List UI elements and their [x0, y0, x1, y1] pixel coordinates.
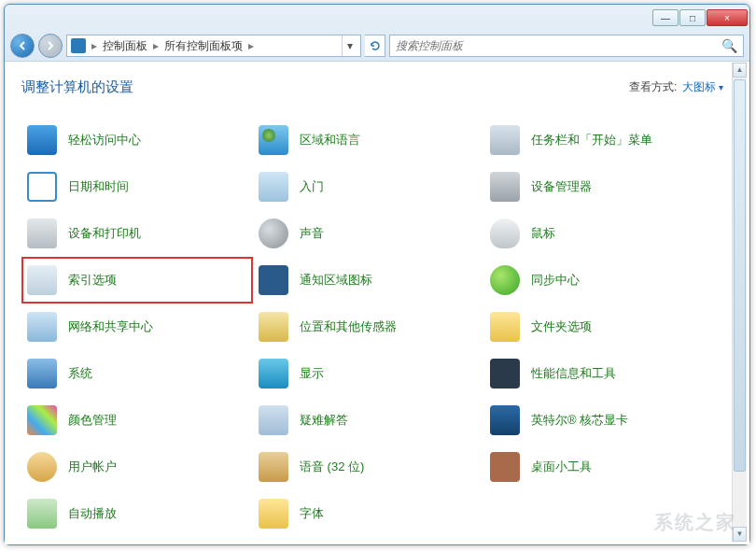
font-icon	[259, 499, 288, 529]
item-label: 设备和打印机	[68, 225, 141, 242]
control-panel-item[interactable]: 性能信息和工具	[484, 350, 716, 397]
view-by-label: 查看方式:	[629, 79, 677, 95]
autoplay-icon	[27, 499, 57, 529]
control-panel-item[interactable]: 区域和语言	[253, 117, 484, 163]
item-label: 自动播放	[68, 505, 117, 522]
back-button[interactable]	[10, 34, 35, 58]
control-panel-item[interactable]: 轻松访问中心	[21, 117, 253, 163]
control-panel-item[interactable]: 文件夹选项	[484, 304, 716, 350]
item-label: 日期和时间	[68, 178, 129, 195]
control-panel-item[interactable]: 疑难解答	[253, 397, 484, 444]
item-label: 入门	[300, 178, 324, 195]
item-label: 语音 (32 位)	[300, 459, 364, 475]
page-title: 调整计算机的设置	[21, 78, 133, 96]
breadcrumb-separator: ▸	[90, 39, 99, 52]
navbar: ▸ 控制面板 ▸ 所有控制面板项 ▸ ▾ 🔍	[5, 31, 749, 61]
minimize-button[interactable]: —	[652, 9, 679, 26]
date-icon	[27, 172, 57, 202]
control-panel-item[interactable]: 通知区域图标	[253, 257, 484, 304]
item-label: 英特尔® 核芯显卡	[531, 412, 628, 429]
start-icon	[259, 172, 288, 202]
breadcrumb-current[interactable]: 所有控制面板项	[164, 38, 243, 54]
control-panel-item[interactable]: 系统	[21, 350, 253, 397]
control-panel-window: — □ × ▸ 控制面板 ▸ 所有控制面板项 ▸ ▾ 🔍 调整计算机的设置	[4, 4, 750, 545]
item-label: 疑难解答	[300, 412, 348, 429]
sound-icon	[259, 219, 288, 248]
address-bar[interactable]: ▸ 控制面板 ▸ 所有控制面板项 ▸ ▾	[66, 35, 361, 57]
mouse-icon	[490, 219, 520, 248]
content-area: 调整计算机的设置 查看方式: 大图标 轻松访问中心区域和语言任务栏和「开始」菜单…	[5, 61, 749, 544]
control-panel-item[interactable]: 用户帐户	[21, 444, 253, 490]
item-label: 通知区域图标	[300, 272, 372, 289]
control-panel-item[interactable]: 设备和打印机	[21, 210, 253, 257]
vertical-scrollbar[interactable]: ▲ ▼	[732, 63, 747, 542]
item-label: 鼠标	[531, 225, 555, 242]
item-label: 同步中心	[531, 272, 580, 289]
devmgr-icon	[490, 172, 520, 202]
item-label: 网络和共享中心	[68, 318, 153, 335]
control-panel-item[interactable]: 入门	[253, 163, 484, 210]
search-box[interactable]: 🔍	[389, 35, 744, 57]
control-panel-icon	[71, 38, 86, 53]
address-dropdown[interactable]: ▾	[342, 35, 357, 56]
control-panel-item[interactable]: 网络和共享中心	[21, 304, 253, 350]
control-panel-item[interactable]: 英特尔® 核芯显卡	[484, 397, 716, 444]
forward-button[interactable]	[38, 34, 63, 58]
control-panel-item[interactable]: 任务栏和「开始」菜单	[484, 117, 716, 163]
color-icon	[27, 405, 57, 435]
item-label: 轻松访问中心	[68, 132, 141, 148]
taskbar-icon	[490, 125, 520, 155]
scroll-down-button[interactable]: ▼	[733, 527, 747, 542]
control-panel-item[interactable]: 设备管理器	[484, 163, 716, 210]
intel-icon	[490, 405, 520, 435]
search-input[interactable]	[396, 39, 721, 52]
breadcrumb-root[interactable]: 控制面板	[103, 38, 147, 54]
control-panel-item[interactable]: 自动播放	[21, 490, 253, 537]
notify-icon	[259, 265, 288, 295]
control-panel-item[interactable]: 同步中心	[484, 257, 716, 304]
maximize-button[interactable]: □	[679, 9, 706, 26]
item-label: 文件夹选项	[531, 318, 592, 335]
control-panel-item[interactable]: 鼠标	[484, 210, 716, 257]
control-panel-item[interactable]: 桌面小工具	[484, 444, 716, 490]
trouble-icon	[259, 405, 288, 435]
printer-icon	[27, 219, 57, 248]
control-panel-item[interactable]: 显示	[253, 350, 484, 397]
item-label: 显示	[300, 365, 324, 382]
control-panel-item[interactable]: 颜色管理	[21, 397, 253, 444]
display-icon	[259, 359, 288, 389]
item-label: 用户帐户	[68, 459, 117, 475]
gadget-icon	[490, 452, 520, 482]
speech-icon	[259, 452, 288, 482]
item-label: 声音	[300, 225, 324, 242]
item-label: 索引选项	[68, 272, 117, 289]
location-icon	[259, 312, 288, 342]
folder-icon	[490, 312, 520, 342]
control-panel-item[interactable]: 声音	[253, 210, 484, 257]
control-panel-item[interactable]: 位置和其他传感器	[253, 304, 484, 350]
item-label: 区域和语言	[300, 132, 360, 148]
heading-row: 调整计算机的设置 查看方式: 大图标	[21, 78, 749, 96]
breadcrumb-separator: ▸	[246, 39, 256, 52]
refresh-button[interactable]	[365, 35, 385, 57]
close-button[interactable]: ×	[707, 9, 748, 26]
scroll-thumb[interactable]	[734, 79, 746, 472]
control-panel-item[interactable]: 日期和时间	[21, 163, 253, 210]
item-label: 设备管理器	[531, 178, 592, 195]
ease-icon	[27, 125, 57, 155]
view-by-dropdown[interactable]: 大图标	[682, 79, 723, 95]
network-icon	[27, 312, 57, 342]
control-panel-item[interactable]: 字体	[253, 490, 484, 537]
perf-icon	[490, 359, 520, 389]
titlebar: — □ ×	[5, 5, 749, 31]
items-grid: 轻松访问中心区域和语言任务栏和「开始」菜单日期和时间入门设备管理器设备和打印机声…	[21, 117, 749, 537]
scroll-up-button[interactable]: ▲	[733, 63, 747, 78]
sync-icon	[490, 265, 520, 295]
control-panel-item[interactable]: 索引选项	[21, 257, 253, 304]
index-icon	[27, 265, 57, 295]
control-panel-item[interactable]: 语音 (32 位)	[253, 444, 484, 490]
item-label: 任务栏和「开始」菜单	[531, 132, 652, 148]
system-icon	[27, 359, 57, 389]
item-label: 颜色管理	[68, 412, 117, 429]
item-label: 桌面小工具	[531, 459, 592, 475]
